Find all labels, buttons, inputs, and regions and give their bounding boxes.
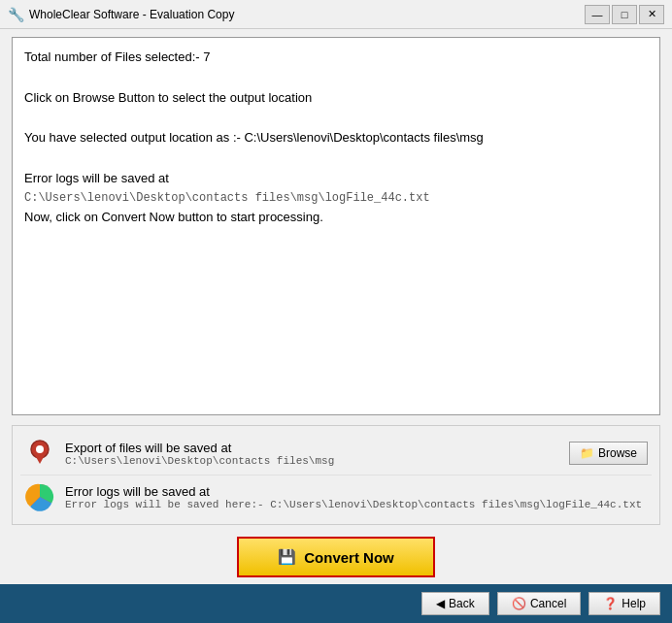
svg-marker-2 [35,455,45,464]
svg-point-1 [36,445,44,453]
pie-chart-icon [24,481,55,512]
window-title: WholeClear Software - Evaluation Copy [29,8,585,21]
error-log-text: Error logs will be saved at Error logs w… [65,484,648,510]
main-content: Total number of Files selected:- 7 Click… [0,29,672,597]
maximize-button[interactable]: □ [612,5,637,24]
convert-label: Convert Now [304,549,394,566]
log-line: You have selected output location as :- … [24,128,648,148]
export-info-text: Export of files will be saved at C:\User… [65,441,559,467]
log-line: Click on Browse Button to select the out… [24,88,648,109]
convert-icon: 💾 [278,548,296,566]
back-label: Back [449,597,475,610]
back-button[interactable]: ◀ Back [421,592,489,615]
log-line: C:\Users\lenovi\Desktop\contacts files\m… [24,189,648,208]
location-icon [24,438,55,469]
window-controls: — □ ✕ [585,5,664,24]
export-path: C:\Users\lenovi\Desktop\contacts files\m… [65,455,559,467]
back-icon: ◀ [436,597,445,610]
minimize-button[interactable]: — [585,5,610,24]
titlebar: 🔧 WholeClear Software - Evaluation Copy … [0,0,672,29]
convert-area: 💾 Convert Now [12,531,660,583]
browse-label: Browse [598,446,637,460]
nav-bar: ◀ Back 🚫 Cancel ❓ Help [0,584,672,623]
log-line: Error logs will be saved at [24,169,648,189]
error-log-row: Error logs will be saved at Error logs w… [20,475,652,518]
log-line [24,68,648,88]
export-title: Export of files will be saved at [65,441,559,455]
app-icon: 🔧 [8,7,23,22]
log-line [24,108,648,128]
close-button[interactable]: ✕ [639,5,664,24]
help-icon: ❓ [603,597,618,610]
export-info-row: Export of files will be saved at C:\User… [20,432,652,475]
log-line: Now, click on Convert Now button to star… [24,208,648,228]
log-line: Total number of Files selected:- 7 [24,48,648,68]
browse-button[interactable]: 📁 Browse [569,442,648,465]
cancel-button[interactable]: 🚫 Cancel [497,592,581,615]
convert-now-button[interactable]: 💾 Convert Now [237,537,435,577]
log-area: Total number of Files selected:- 7 Click… [12,37,660,415]
error-log-title: Error logs will be saved at [65,484,648,499]
cancel-icon: 🚫 [512,597,526,610]
error-log-path: Error logs will be saved here:- C:\Users… [65,499,648,510]
help-button[interactable]: ❓ Help [588,592,660,615]
info-panel: Export of files will be saved at C:\User… [12,425,660,525]
help-label: Help [622,597,646,610]
folder-icon: 📁 [580,446,594,460]
log-line [24,148,648,169]
cancel-label: Cancel [530,597,566,610]
